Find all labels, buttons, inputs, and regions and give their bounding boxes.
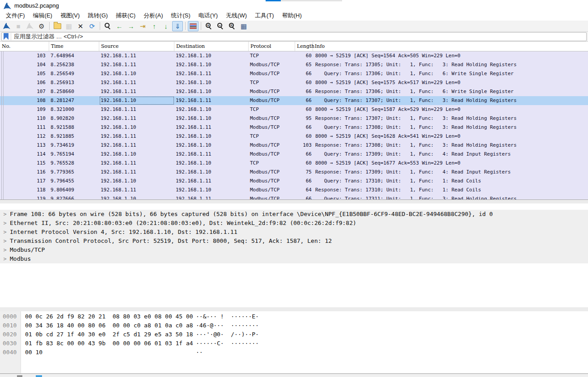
hex-row-0040[interactable]: 004000 10·· — [0, 348, 588, 357]
packet-row-103[interactable]: 1037.648964192.168.1.11192.168.1.10TCP60… — [0, 51, 588, 60]
detail-row-0[interactable]: >Frame 108: 66 bytes on wire (528 bits),… — [0, 210, 588, 219]
detail-row-2[interactable]: >Internet Protocol Version 4, Src: 192.1… — [0, 228, 588, 237]
packet-row-104[interactable]: 1048.256238192.168.1.11192.168.1.10Modbu… — [0, 60, 588, 69]
hex-ascii[interactable]: ·· — [196, 348, 588, 357]
colorize-button[interactable] — [188, 21, 199, 31]
hex-bytes[interactable]: 01 0b cd 27 1f 40 30 e0 2f c5 d1 29 e5 a… — [21, 330, 196, 339]
hex-bytes[interactable]: 00 10 — [21, 348, 196, 357]
packet-row-117[interactable]: 1179.796455192.168.1.10192.168.1.11Modbu… — [0, 177, 588, 186]
packet-row-111[interactable]: 1118.921588192.168.1.10192.168.1.11Modbu… — [0, 123, 588, 132]
cell-no: 104 — [0, 60, 49, 69]
menu-item-9[interactable]: 工具(T) — [251, 11, 278, 21]
hex-rows: 000000 0c 26 2d f9 82 20 21 08 80 03 e0 … — [0, 311, 588, 357]
go-last-button[interactable]: ↓ — [161, 21, 171, 31]
detail-row-3[interactable]: >Transmission Control Protocol, Src Port… — [0, 237, 588, 246]
hex-row-0020[interactable]: 002001 0b cd 27 1f 40 30 e0 2f c5 d1 29 … — [0, 330, 588, 339]
expander-chevron-icon[interactable]: > — [0, 219, 10, 228]
cell-info: 8000 → 52519 [ACK] Seq=1575 Ack=517 Win=… — [313, 78, 588, 87]
cell-source: 192.168.1.11 — [99, 114, 174, 123]
cell-length: 103 — [295, 141, 313, 150]
menu-item-7[interactable]: 电话(Y) — [195, 11, 222, 21]
column-header-source[interactable]: Source — [99, 42, 174, 51]
column-header-destination[interactable]: Destination — [174, 42, 249, 51]
hex-row-0010[interactable]: 001000 34 36 18 40 00 80 06 00 00 c0 a8 … — [0, 321, 588, 330]
bookmark-icon[interactable] — [4, 33, 8, 40]
column-header-time[interactable]: Time — [49, 42, 99, 51]
zoom-out-button[interactable]: − — [215, 21, 226, 31]
packet-row-108[interactable]: 1088.281247192.168.1.10192.168.1.11Modbu… — [0, 96, 588, 105]
packet-row-110[interactable]: 1108.902820192.168.1.11192.168.1.10Modbu… — [0, 114, 588, 123]
toolbar-separator — [100, 22, 100, 30]
hex-bytes[interactable]: 00 0c 26 2d f9 82 20 21 08 80 03 e0 08 0… — [21, 312, 196, 321]
capture-options-button[interactable]: ⚙ — [36, 21, 47, 31]
go-first-button[interactable]: ↑ — [149, 21, 160, 31]
zoom-in-button[interactable]: + — [203, 21, 214, 31]
packet-row-109[interactable]: 1098.321000192.168.1.11192.168.1.10TCP60… — [0, 105, 588, 114]
packet-row-112[interactable]: 1128.921885192.168.1.11192.168.1.10TCP60… — [0, 132, 588, 141]
close-file-button[interactable]: ✕ — [75, 21, 86, 31]
find-packet-button[interactable] — [102, 21, 113, 31]
restart-capture-icon — [26, 23, 34, 29]
menu-item-8[interactable]: 无线(W) — [222, 11, 251, 21]
cell-destination: 192.168.1.11 — [174, 96, 249, 105]
column-header-length[interactable]: Length — [295, 42, 313, 51]
start-capture-button[interactable] — [1, 21, 12, 31]
go-to-packet-button[interactable]: ⇥ — [137, 21, 148, 31]
menu-item-5[interactable]: 分析(A) — [140, 11, 167, 21]
cell-info: Query: Trans: 17310; Unit: 1, Func: 1: R… — [313, 177, 588, 186]
cell-time: 7.648964 — [49, 51, 99, 60]
display-filter-input[interactable]: 应用显示过滤器 … <Ctrl-/> — [1, 32, 587, 41]
menu-item-10[interactable]: 帮助(H) — [278, 11, 306, 21]
cell-source: 192.168.1.11 — [99, 186, 174, 195]
menu-item-3[interactable]: 跳转(G) — [84, 11, 112, 21]
packet-row-107[interactable]: 1078.258660192.168.1.11192.168.1.10Modbu… — [0, 87, 588, 96]
expander-chevron-icon[interactable]: > — [0, 237, 10, 246]
hex-bytes[interactable]: 00 34 36 18 40 00 80 06 00 00 c0 a8 01 0… — [21, 321, 196, 330]
cell-source: 192.168.1.10 — [99, 96, 174, 105]
packet-row-119[interactable]: 1199.827666192.168.1.10192.168.1.11Modbu… — [0, 195, 588, 200]
resize-columns-button[interactable]: ▦ — [238, 21, 249, 31]
zoom-reset-button[interactable]: = — [227, 21, 237, 31]
hex-ascii[interactable]: ······C· ········ — [196, 339, 588, 348]
expert-info-icon[interactable] — [17, 375, 22, 377]
hex-bytes[interactable]: 01 fb 83 8c 00 00 43 9b 00 00 00 06 01 0… — [21, 339, 196, 348]
detail-row-5[interactable]: >Modbus — [0, 254, 588, 263]
capture-comment-icon[interactable] — [36, 375, 42, 377]
hex-ascii[interactable]: ···'·@0· /··)··P· — [196, 330, 588, 339]
packet-row-114[interactable]: 1149.765194192.168.1.10192.168.1.11Modbu… — [0, 150, 588, 159]
column-header-info[interactable]: Info — [313, 42, 588, 51]
cell-length: 95 — [295, 114, 313, 123]
expander-chevron-icon[interactable]: > — [0, 210, 10, 219]
menu-item-0[interactable]: 文件(F) — [2, 11, 29, 21]
menu-item-6[interactable]: 统计(S) — [167, 11, 194, 21]
cell-time: 8.256238 — [49, 60, 99, 69]
open-file-button[interactable] — [52, 21, 63, 31]
packet-row-105[interactable]: 1058.256549192.168.1.10192.168.1.11Modbu… — [0, 69, 588, 78]
packet-row-113[interactable]: 1139.734619192.168.1.11192.168.1.10Modbu… — [0, 141, 588, 150]
go-to-packet-icon: ⇥ — [140, 23, 146, 30]
column-header-protocol[interactable]: Protocol — [249, 42, 295, 51]
packet-row-115[interactable]: 1159.765528192.168.1.11192.168.1.10TCP60… — [0, 159, 588, 168]
cell-length: 60 — [295, 159, 313, 168]
hex-ascii[interactable]: ··&-·· ! ······E· — [196, 312, 588, 321]
expander-chevron-icon[interactable]: > — [0, 246, 10, 254]
detail-row-4[interactable]: >Modbus/TCP — [0, 246, 588, 254]
packet-row-116[interactable]: 1169.779365192.168.1.11192.168.1.10Modbu… — [0, 168, 588, 177]
packet-row-106[interactable]: 1068.256913192.168.1.11192.168.1.10TCP60… — [0, 78, 588, 87]
detail-row-1[interactable]: >Ethernet II, Src: 20:21:08:80:03:e0 (20… — [0, 219, 588, 228]
cell-no: 116 — [0, 168, 49, 177]
expander-chevron-icon[interactable]: > — [0, 228, 10, 237]
go-back-button[interactable]: ← — [114, 21, 125, 31]
expander-chevron-icon[interactable]: > — [0, 254, 10, 263]
menu-item-4[interactable]: 捕获(C) — [112, 11, 140, 21]
reload-file-button[interactable]: ⟳ — [87, 21, 97, 31]
auto-scroll-button[interactable]: ⇓ — [172, 21, 183, 31]
hex-ascii[interactable]: ·46·@··· ········ — [196, 321, 588, 330]
menu-item-1[interactable]: 编辑(E) — [29, 11, 56, 21]
menu-item-2[interactable]: 视图(V) — [56, 11, 84, 21]
hex-row-0000[interactable]: 000000 0c 26 2d f9 82 20 21 08 80 03 e0 … — [0, 312, 588, 321]
packet-row-118[interactable]: 1189.806409192.168.1.11192.168.1.10Modbu… — [0, 186, 588, 195]
column-header-no[interactable]: No. — [0, 42, 49, 51]
hex-row-0030[interactable]: 003001 fb 83 8c 00 00 43 9b 00 00 00 06 … — [0, 339, 588, 348]
go-forward-button[interactable]: → — [126, 21, 136, 31]
